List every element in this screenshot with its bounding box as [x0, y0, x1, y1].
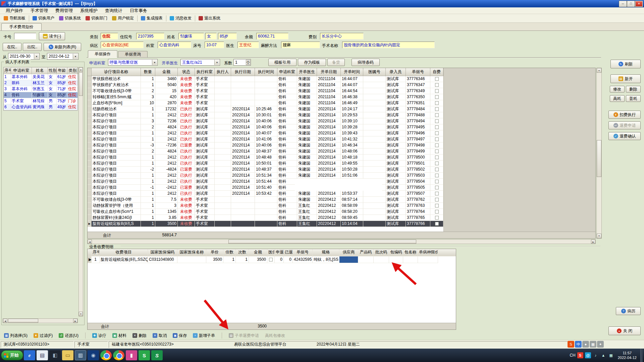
self-pay-checkbox[interactable]	[435, 125, 439, 129]
items-table-row[interactable]: 不可吸收缝合线[3-0带17.5未收费手术室骨科朱建国2022041208:57…	[88, 197, 443, 203]
chinese-mode-icon[interactable]: 中	[575, 341, 582, 348]
tray-sogou-icon[interactable]	[577, 352, 583, 358]
tab-doc-operate[interactable]: 单据操作	[88, 50, 117, 58]
toolbar-item-2[interactable]: 切换系统	[57, 15, 83, 22]
menu-item-2[interactable]: 费用管理	[52, 8, 76, 14]
detail-column-header[interactable]: 包编码	[389, 249, 403, 256]
items-table-row[interactable]: 甲状腺癌根治术13460未收费手术室骨科朱建国2021110416:44:07测…	[88, 76, 443, 82]
taskbar-clock[interactable]: 11:57 2022-04-12	[618, 351, 637, 360]
patient-row[interactable]: 6心血管内科黄鸿珠男49岁住院	[4, 104, 77, 110]
detail-column-header[interactable]: 包名称	[403, 249, 418, 256]
self-pay-checkbox[interactable]	[435, 174, 439, 177]
items-column-header[interactable]: 执行日期	[231, 68, 255, 76]
items-column-header[interactable]: 开单医生	[297, 68, 317, 76]
stepper-arrows-icon[interactable]: ▲▼	[246, 60, 250, 65]
tray-mail-icon[interactable]	[585, 352, 591, 358]
chevron-down-icon[interactable]	[214, 60, 219, 65]
coefficient-stepper[interactable]: 1 ▲▼	[233, 59, 251, 66]
detail-column-header[interactable]: 国家医保编码	[148, 249, 177, 256]
maximize-button[interactable]	[627, 1, 635, 7]
save-as-template-button[interactable]: 存为模板	[298, 59, 326, 66]
taskbar-icon-browser[interactable]	[88, 350, 99, 360]
items-table-row[interactable]: 本院诊疗项目12412已执行测试库2022011410:30:01骨科朱建国20…	[88, 112, 443, 118]
self-pay-checkbox[interactable]	[435, 210, 439, 214]
show-desktop-button[interactable]	[640, 349, 643, 362]
patient-row[interactable]: 4骨科邹媛瑛女85岁住院	[4, 92, 77, 98]
new-document-button[interactable]: 新开	[610, 74, 641, 83]
chevron-down-icon[interactable]	[73, 54, 78, 59]
items-vscrollbar[interactable]: ▲ ▼	[596, 68, 602, 239]
self-pay-checkbox[interactable]	[435, 216, 439, 220]
delete-button[interactable]: 删除	[626, 86, 641, 93]
self-pay-checkbox[interactable]	[435, 192, 439, 195]
items-table-row[interactable]: 本院诊疗项目12412已执行测试库2022011410:53:42骨科朱建国20…	[88, 191, 443, 197]
taskbar-icon-folder[interactable]	[62, 350, 73, 360]
items-table-row[interactable]: 本院诊疗项目12412已执行测试库2022011410:41:06骨科朱建国20…	[88, 136, 443, 142]
detail-column-header[interactable]: 单价	[206, 249, 223, 256]
menu-item-5[interactable]: 日常事务	[126, 8, 151, 14]
insurance-checkbox[interactable]	[269, 258, 273, 261]
taskbar-icon-terminal[interactable]	[49, 350, 61, 360]
taskbar-icon-active-app[interactable]	[75, 350, 86, 360]
self-pay-checkbox[interactable]	[435, 119, 439, 123]
items-column-header[interactable]: 执行时间	[255, 68, 277, 76]
items-column-header[interactable]: 执行人	[215, 68, 231, 76]
items-column-header[interactable]: 自费	[430, 68, 443, 76]
cancel-button[interactable]: 取消	[151, 332, 169, 339]
self-pay-checkbox[interactable]	[435, 131, 439, 135]
medical-record-button[interactable]: 病历	[616, 307, 641, 315]
items-table-row[interactable]: 静脉留置针(佳康24G[I13.85未收费手术室骨科王集红2022041208:…	[88, 215, 443, 221]
settings-icon[interactable]: ✦	[597, 341, 604, 348]
normal-consumable-button[interactable]: 普耗	[626, 95, 641, 102]
stock-button[interactable]: 备货	[327, 59, 345, 66]
items-table-row[interactable]: 本院诊疗项目24824已执行测试库2022011410:40:06骨科朱建国20…	[88, 124, 443, 130]
items-table-row[interactable]: 本院诊疗项目12412已执行测试库2022011410:51:34骨科朱建国20…	[88, 173, 443, 179]
column-select-button[interactable]: 列选择(S)	[2, 332, 30, 339]
inpatient-no-field[interactable]: 2107395	[136, 33, 164, 40]
menu-item-3[interactable]: 系统维护	[76, 8, 101, 14]
self-pay-checkbox[interactable]	[435, 113, 439, 117]
minimize-button[interactable]	[619, 1, 627, 7]
toolbar-item-1[interactable]: 切换用户	[30, 15, 57, 22]
items-table-row[interactable]: 本院诊疗项目12412已执行测试库2022011410:40:07骨科朱建国20…	[88, 130, 443, 136]
items-table-row[interactable]: 甲状腺癌扩大根治术15040未收费手术室骨科朱建国2021110416:44:0…	[88, 82, 443, 88]
punctuation-icon[interactable]: ●	[582, 341, 589, 348]
detail-column-header[interactable]: 申退数	[275, 249, 284, 256]
patient-row[interactable]: 3基本外科张惠玉女71岁住院	[4, 86, 77, 92]
material-button[interactable]: 材料	[110, 332, 128, 339]
patient-row[interactable]: 1基本外科吴美花女61岁住院	[4, 74, 77, 80]
taskbar-icon-wps[interactable]	[151, 350, 163, 360]
self-pay-checkbox[interactable]	[435, 222, 439, 226]
toolbar-item-3[interactable]: 切换部门	[83, 15, 110, 22]
tray-expand-icon[interactable]	[600, 352, 606, 358]
items-column-header[interactable]: 开单时间	[341, 68, 363, 76]
self-pay-checkbox[interactable]	[435, 198, 439, 201]
self-pay-checkbox[interactable]	[435, 162, 439, 165]
items-hscrollbar[interactable]: ◀ ▶	[87, 239, 596, 244]
items-table-row[interactable]: 不可吸收缝合线[3-0带215未收费手术室骨科朱建国2021110416:44:…	[88, 88, 443, 94]
items-table-row[interactable]: 本院诊疗项目37236已执行测试库2022011410:40:06骨科朱建国20…	[88, 118, 443, 124]
detail-column-header[interactable]: 序号	[92, 249, 100, 256]
self-pay-checkbox[interactable]	[435, 107, 439, 111]
items-table-row[interactable]: 本院诊疗项目12412已执行测试库2022011410:51:44骨科测试库37…	[88, 179, 443, 185]
items-column-header[interactable]: 诊疗项目名称	[92, 68, 141, 76]
self-pay-checkbox[interactable]	[435, 137, 439, 141]
high-consumable-button[interactable]: 高耗	[610, 95, 625, 102]
close-panel-button[interactable]: 关 闭	[608, 326, 641, 335]
chevron-down-icon[interactable]	[152, 60, 157, 65]
new-sub-order-button[interactable]: 新增子单	[191, 332, 217, 339]
detail-column-header[interactable]: 供应商	[339, 249, 358, 256]
language-indicator[interactable]: CH	[570, 353, 575, 358]
detail-column-header[interactable]: 金额	[249, 249, 267, 256]
apply-dept-select[interactable]: 呼吸与危重症医	[108, 59, 158, 66]
patient-list-hscrollbar[interactable]: ◀ ▶	[3, 318, 78, 323]
refresh-button[interactable]: 刷新	[610, 60, 641, 68]
template-reference-button[interactable]: 模板引用	[268, 59, 297, 66]
detail-column-header[interactable]: 国家医保名称	[177, 249, 206, 256]
keyboard-icon[interactable]: ▦	[590, 341, 596, 348]
date-from-input[interactable]: 2021-09-30	[8, 53, 40, 60]
self-pay-checkbox[interactable]	[435, 95, 439, 99]
patient-row[interactable]: 5手术室林笃煌男75岁门诊	[4, 98, 77, 104]
out-hospital-button[interactable]: 出院..	[23, 43, 42, 51]
toolbar-item-6[interactable]: 消息收发	[167, 15, 194, 22]
